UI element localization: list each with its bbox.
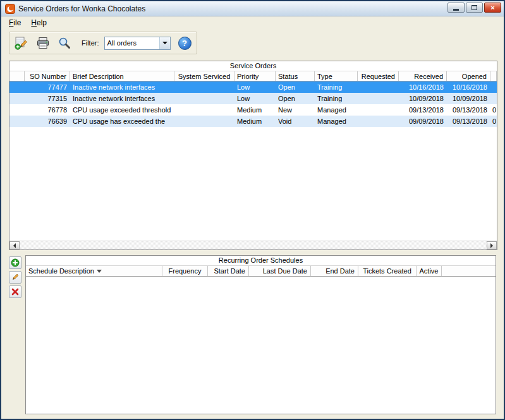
column-header-opened[interactable]: Opened [447, 71, 490, 81]
scroll-left-button[interactable] [9, 241, 20, 249]
column-header-end-date[interactable]: End Date [311, 266, 358, 276]
toolbar-row: Filter: All orders ? [1, 29, 504, 58]
service-order-row[interactable]: 76639 CPU usage has exceeded the Medium … [9, 116, 497, 127]
column-header-status[interactable]: Status [276, 71, 315, 81]
scroll-right-button[interactable] [487, 241, 497, 249]
close-icon: × [490, 4, 494, 11]
window-title: Service Orders for Wonka Chocolates [18, 4, 447, 13]
service-order-row[interactable]: 77477 Inactive network interfaces Low Op… [9, 81, 497, 93]
delete-icon [11, 287, 20, 296]
filter-dropdown-value: All orders [105, 39, 159, 47]
column-header-active[interactable]: Active [417, 266, 442, 276]
menu-help[interactable]: Help [26, 17, 52, 28]
minimize-button[interactable] [447, 3, 465, 13]
window-bottom-strip [1, 414, 504, 419]
maximize-button[interactable] [466, 3, 483, 13]
column-header-brief-description[interactable]: Brief Description [70, 71, 174, 81]
scroll-left-icon [13, 243, 16, 248]
minimize-icon [453, 9, 459, 11]
menu-file[interactable]: File [4, 17, 26, 28]
recurring-side-toolbar [9, 255, 23, 414]
menubar: File Help [1, 16, 504, 29]
search-icon [57, 35, 72, 51]
column-header-received[interactable]: Received [399, 71, 447, 81]
print-icon [35, 35, 51, 51]
recurring-orders-empty-area [26, 277, 496, 414]
column-header-system-serviced[interactable]: System Serviced [174, 71, 234, 81]
column-header-last-due-date[interactable]: Last Due Date [249, 266, 311, 276]
horizontal-scrollbar[interactable] [9, 241, 497, 249]
service-order-row[interactable]: 76778 CPU usage exceeded threshold Mediu… [9, 104, 497, 116]
service-orders-title: Service Orders [9, 61, 497, 71]
service-orders-panel: Service Orders SO Number Brief Descripti… [9, 61, 497, 250]
column-header-type[interactable]: Type [315, 71, 358, 81]
add-schedule-button[interactable] [9, 256, 21, 269]
service-orders-header: SO Number Brief Description System Servi… [9, 71, 497, 81]
close-button[interactable]: × [484, 3, 501, 13]
recurring-orders-header: Schedule Description Frequency Start Dat… [26, 265, 496, 277]
filter-label: Filter: [82, 39, 99, 47]
new-order-icon [14, 35, 29, 51]
toolbar: Filter: All orders ? [9, 32, 197, 54]
column-header-schedule-description[interactable]: Schedule Description [26, 266, 162, 276]
column-header-frequency[interactable]: Frequency [162, 266, 208, 276]
titlebar[interactable]: Service Orders for Wonka Chocolates × [1, 1, 504, 16]
recurring-orders-panel: Recurring Order Schedules Schedule Descr… [25, 255, 496, 414]
new-order-button[interactable] [12, 34, 31, 52]
recurring-orders-title: Recurring Order Schedules [26, 256, 496, 265]
column-header-requested[interactable]: Requested [358, 71, 399, 81]
column-header-tickets-created[interactable]: Tickets Created [358, 266, 417, 276]
help-button[interactable]: ? [178, 37, 192, 50]
column-header-so-number[interactable]: SO Number [25, 71, 70, 81]
search-button[interactable] [55, 34, 74, 52]
scroll-right-icon [490, 243, 493, 248]
service-order-row[interactable]: 77315 Inactive network interfaces Low Op… [9, 93, 497, 104]
maximize-icon [472, 5, 477, 10]
column-header-start-date[interactable]: Start Date [208, 266, 249, 276]
column-header-filler [442, 266, 496, 276]
column-header-overflow[interactable] [490, 71, 497, 81]
column-header-blank[interactable] [9, 71, 25, 81]
add-icon [11, 258, 20, 267]
print-button[interactable] [33, 34, 52, 52]
filter-dropdown[interactable]: All orders [104, 37, 171, 50]
app-icon [5, 4, 15, 14]
help-icon: ? [182, 39, 187, 48]
recurring-orders-section: Recurring Order Schedules Schedule Descr… [9, 255, 496, 414]
service-orders-empty-area [9, 127, 497, 241]
column-header-priority[interactable]: Priority [234, 71, 276, 81]
sort-descending-icon [97, 270, 102, 273]
app-window: Service Orders for Wonka Chocolates × Fi… [0, 0, 505, 420]
edit-schedule-button[interactable] [9, 271, 21, 284]
scrollbar-track[interactable] [20, 241, 487, 249]
chevron-down-icon[interactable] [159, 37, 170, 49]
edit-icon [11, 273, 20, 282]
delete-schedule-button[interactable] [9, 285, 21, 298]
